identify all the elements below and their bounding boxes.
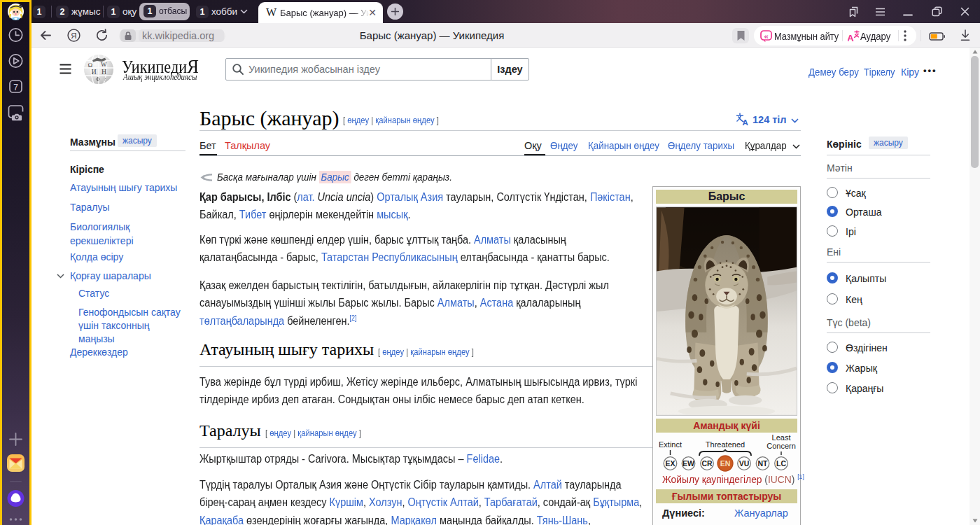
svg-text:Я: Я xyxy=(71,31,76,40)
svg-text:EX: EX xyxy=(665,459,675,468)
svg-text:Ф: Ф xyxy=(96,76,100,83)
svg-text:Ω: Ω xyxy=(88,62,93,69)
svg-text:Concern: Concern xyxy=(766,442,796,450)
svg-text:И: И xyxy=(92,68,97,76)
svg-text:Threatened: Threatened xyxy=(706,440,745,449)
svg-text:LC: LC xyxy=(776,459,786,468)
svg-text:EW: EW xyxy=(682,459,694,468)
svg-text:?: ? xyxy=(104,76,106,82)
svg-text:7: 7 xyxy=(13,83,18,92)
svg-text:CR: CR xyxy=(701,459,713,468)
svg-text:Least: Least xyxy=(772,435,791,442)
svg-text:A: A xyxy=(848,33,854,42)
svg-text:A: A xyxy=(743,118,748,126)
svg-text:VU: VU xyxy=(739,459,750,468)
svg-text:NT: NT xyxy=(758,459,769,468)
svg-text:W: W xyxy=(101,61,107,68)
svg-text:Extinct: Extinct xyxy=(659,440,682,449)
svg-text:EN: EN xyxy=(720,459,731,468)
svg-text:Н: Н xyxy=(102,68,106,76)
svg-text:«: « xyxy=(764,30,769,41)
